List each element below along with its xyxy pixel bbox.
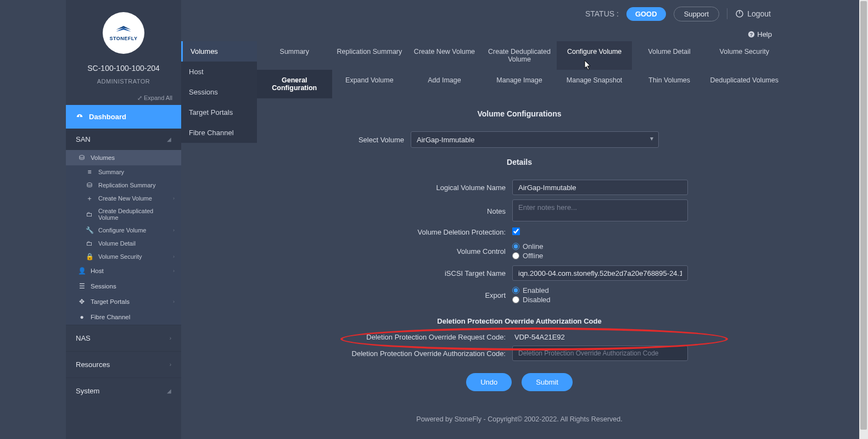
tabs-primary: Summary Replication Summary Create New V…: [257, 41, 782, 70]
circle-icon: ●: [78, 313, 86, 321]
undo-button[interactable]: Undo: [466, 373, 512, 391]
sectab-volumes[interactable]: Volumes: [181, 41, 257, 62]
subnav-portals-label: Target Portals: [91, 298, 130, 305]
subnav-replication-summary[interactable]: ⛁ Replication Summary: [66, 179, 181, 192]
select-volume[interactable]: AirGap-Immutable: [411, 131, 659, 148]
disabled-label: Disabled: [523, 296, 551, 304]
lock-icon: 🔒: [86, 253, 93, 260]
tabs-secondary: General Configuration Expand Volume Add …: [257, 70, 782, 98]
radio-disabled[interactable]: [512, 296, 519, 303]
scrollbar-thumb[interactable]: [860, 1, 867, 430]
submit-button[interactable]: Submit: [522, 373, 572, 391]
nav-resources[interactable]: Resources ›: [66, 351, 181, 377]
chevron-right-icon: ›: [173, 227, 175, 233]
status-label: STATUS :: [585, 9, 619, 18]
subtab-dedup[interactable]: Deduplicated Volumes: [707, 70, 782, 98]
subnav-replication-label: Replication Summary: [98, 182, 156, 188]
help-label: Help: [757, 30, 772, 38]
sectab-host[interactable]: Host: [181, 62, 257, 82]
tab-create-dedup-volume[interactable]: Create Deduplicated Volume: [482, 41, 557, 70]
divider: [727, 8, 727, 19]
plus-icon: ＋: [86, 195, 93, 202]
logical-volume-name-input[interactable]: [512, 180, 688, 195]
chevron-right-icon: ›: [173, 268, 175, 274]
help-link[interactable]: ? Help: [748, 30, 772, 38]
chevron-right-icon: ›: [173, 196, 175, 201]
subnav-volume-security[interactable]: 🔒 Volume Security ›: [66, 250, 181, 263]
support-button[interactable]: Support: [674, 7, 720, 21]
request-code-label: Deletion Protection Override Request Cod…: [257, 333, 512, 341]
main-panel: Summary Replication Summary Create New V…: [257, 41, 782, 430]
disk-icon: ⛁: [78, 154, 86, 162]
nav-nas[interactable]: NAS ›: [66, 325, 181, 351]
expand-all[interactable]: ⤢ Expand All: [66, 85, 181, 105]
subnav-configure-label: Configure Volume: [98, 227, 146, 234]
subtab-manage-snapshot[interactable]: Manage Snapshot: [557, 70, 632, 98]
auth-code-input[interactable]: [512, 346, 688, 361]
tab-summary[interactable]: Summary: [257, 41, 332, 70]
nav-resources-label: Resources: [76, 360, 110, 369]
nav-dashboard[interactable]: Dashboard: [66, 105, 181, 129]
select-volume-label: Select Volume: [257, 136, 411, 144]
subnav-create-new-volume[interactable]: ＋ Create New Volume ›: [66, 192, 181, 205]
nav-system-label: System: [76, 387, 99, 395]
subnav-configure-volume[interactable]: 🔧 Configure Volume ›: [66, 224, 181, 237]
chevron-right-icon: ›: [173, 254, 175, 259]
notes-label: Notes: [257, 207, 512, 215]
request-code-value: VDP-54A21E92: [512, 333, 565, 341]
nav-system[interactable]: System ◢: [66, 377, 181, 404]
move-icon: ✥: [78, 298, 86, 305]
chevron-right-icon: ›: [170, 362, 171, 368]
enabled-label: Enabled: [523, 286, 549, 294]
san-children: ⛁ Volumes ≡ Summary ⛁ Replication Summar…: [66, 150, 181, 325]
panel-title: Volume Configurations: [257, 104, 782, 127]
subnav-sessions[interactable]: ☰ Sessions: [66, 279, 181, 294]
sectab-target-portals[interactable]: Target Portals: [181, 102, 257, 123]
notes-input[interactable]: [512, 199, 688, 221]
subnav-host-label: Host: [91, 268, 104, 274]
dedup-icon: 🗀: [86, 210, 93, 218]
nav-san[interactable]: SAN ◢: [66, 129, 181, 150]
host-id: SC-100-100-100-204: [66, 64, 181, 73]
subnav-host[interactable]: 👤 Host ›: [66, 263, 181, 279]
svg-rect-2: [739, 10, 740, 14]
subtab-general[interactable]: General Configuration: [257, 70, 332, 98]
subnav-volume-detail[interactable]: 🗀 Volume Detail: [66, 237, 181, 250]
tab-volume-detail[interactable]: Volume Detail: [632, 41, 707, 70]
subnav-fibre-channel[interactable]: ● Fibre Channel: [66, 309, 181, 325]
subtab-expand[interactable]: Expand Volume: [332, 70, 407, 98]
tab-create-new-volume[interactable]: Create New Volume: [407, 41, 482, 70]
subnav-security-label: Volume Security: [98, 253, 142, 260]
iscsi-target-input[interactable]: [512, 265, 688, 281]
logical-volume-name-label: Logical Volume Name: [257, 184, 512, 192]
subnav-create-dedup-volume[interactable]: 🗀 Create Deduplicated Volume: [66, 205, 181, 224]
subnav-summary[interactable]: ≡ Summary: [66, 165, 181, 179]
tab-replication-summary[interactable]: Replication Summary: [332, 41, 407, 70]
subnav-create-dedup-label: Create Deduplicated Volume: [98, 208, 175, 221]
subnav-fibre-label: Fibre Channel: [91, 314, 130, 320]
sectab-sessions[interactable]: Sessions: [181, 82, 257, 102]
help-icon: ?: [748, 31, 755, 38]
logout-button[interactable]: Logout: [735, 9, 771, 18]
radio-offline[interactable]: [512, 252, 519, 259]
folder-icon: 🗀: [86, 240, 93, 247]
subtab-thin[interactable]: Thin Volumes: [632, 70, 707, 98]
topbar: STATUS : GOOD Support Logout: [181, 0, 782, 27]
vdp-checkbox[interactable]: [512, 227, 520, 235]
subnav-summary-label: Summary: [98, 169, 124, 175]
radio-enabled[interactable]: [512, 287, 519, 294]
subtab-add-image[interactable]: Add Image: [407, 70, 482, 98]
subtab-manage-image[interactable]: Manage Image: [482, 70, 557, 98]
tab-configure-volume[interactable]: Configure Volume: [557, 41, 632, 70]
scrollbar-track[interactable]: [859, 0, 868, 439]
radio-online[interactable]: [512, 243, 519, 250]
offline-label: Offline: [523, 252, 543, 260]
tab-volume-security[interactable]: Volume Security: [707, 41, 782, 70]
subnav-target-portals[interactable]: ✥ Target Portals ›: [66, 294, 181, 309]
subnav-volumes[interactable]: ⛁ Volumes: [66, 150, 181, 165]
nav-nas-label: NAS: [76, 334, 91, 342]
subnav-sessions-label: Sessions: [91, 283, 116, 290]
brand-logo: STONEFLY: [103, 12, 144, 54]
sectab-fibre-channel[interactable]: Fibre Channel: [181, 123, 257, 143]
subnav-volumes-label: Volumes: [91, 154, 115, 161]
